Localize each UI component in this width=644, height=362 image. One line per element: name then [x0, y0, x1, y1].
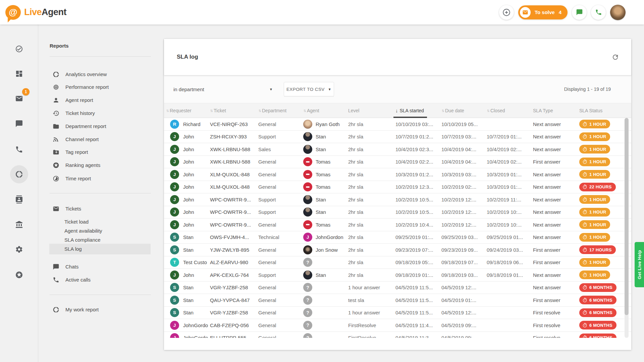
sidebar-item-department-report[interactable]: Department report	[38, 122, 164, 130]
cell-agent: ?	[303, 333, 348, 338]
sidebar-item-chats[interactable]: Chats	[38, 263, 164, 271]
sidebar-item-agent-report[interactable]: Agent report	[38, 96, 164, 104]
refresh-icon	[611, 53, 619, 61]
sidebar-subitem-sla-compliance[interactable]: SLA compliance	[38, 235, 164, 244]
icon-rail: 1	[0, 24, 38, 362]
to-solve-button[interactable]: To solve 4	[518, 5, 568, 19]
requester-name: John	[183, 197, 194, 202]
table-row[interactable]: TTest CustoALZ-EARVU-980General?2hr sla0…	[164, 256, 631, 269]
table-row[interactable]: JJohnGordoCAB-FZEPQ-056General?FirstReso…	[164, 319, 631, 332]
table-row[interactable]: JJohnXLM-QUXOL-848GeneralTomas2hr sla10/…	[164, 181, 631, 194]
get-live-help-label: Get Live Help	[637, 250, 642, 279]
table-row[interactable]: RRichardVCE-NIRQF-263GeneralRyan Goth2hr…	[164, 118, 631, 131]
cell-sla-started: 09/18/2019 01:...	[395, 272, 441, 278]
agent-avatar	[303, 157, 312, 166]
requester-name: John	[183, 134, 194, 139]
calls-button[interactable]	[591, 5, 606, 20]
cell-level: 2hr sla	[348, 121, 395, 127]
rail-item-tasks[interactable]	[15, 45, 23, 53]
table-row[interactable]: JJohnWPC-OWRTR-9...SupportStan2hr sla10/…	[164, 193, 631, 206]
table-row[interactable]: JJohnWPC-OWRTR-9...SupportStan2hr sla10/…	[164, 206, 631, 219]
column-header-closed[interactable]: ↑↓Closed	[487, 103, 533, 118]
table-row[interactable]: JJohnAPK-CEXLG-764SupportStan2hr sla09/1…	[164, 269, 631, 282]
cell-due-date: 04/5/2019 12:...	[441, 310, 487, 315]
cell-agent: Tomas	[303, 170, 348, 179]
cell-sla-status: 1 HOUR	[579, 258, 631, 267]
unread-tickets-badge: 1	[22, 88, 30, 96]
column-label: Requester	[170, 108, 192, 113]
table-row[interactable]: JJohnZSH-RCIXY-393SupportStan2hr sla10/7…	[164, 131, 631, 143]
get-live-help-tab[interactable]: Get Live Help	[635, 242, 644, 287]
rail-item-reports[interactable]	[15, 170, 23, 178]
column-header-agent[interactable]: ↑↓Agent	[303, 103, 348, 118]
column-header-due-date[interactable]: ↑↓Due date	[441, 103, 487, 118]
sidebar-subitem-agent-availability[interactable]: Agent availability	[38, 226, 164, 235]
table-row[interactable]: SStanOWS-FVJMH-4...TechnicalJJohnGordon2…	[164, 231, 631, 244]
cell-due-date: 10/7/2019 03:...	[441, 134, 487, 139]
agent-name: Stan	[316, 272, 326, 278]
column-header-ticket[interactable]: ↑↓Ticket	[210, 103, 258, 118]
cell-sla-status: 1 HOUR	[579, 233, 631, 242]
rail-item-tickets[interactable]	[15, 95, 23, 103]
rail-item-chats[interactable]	[15, 120, 23, 128]
table-row[interactable]: JJohnGordoELI-UTRPP-555General?FirstReso…	[164, 332, 631, 338]
person-icon	[53, 97, 59, 104]
chat-icon	[53, 263, 59, 270]
export-csv-button[interactable]: EXPORT TO CSV ▼	[284, 82, 334, 96]
rail-item-rewards[interactable]	[15, 271, 23, 279]
sidebar-item-active-calls[interactable]: Active calls	[38, 276, 164, 284]
table-row[interactable]: SStanYJW-ZWLYB-895GeneralJon Snow2hr sla…	[164, 244, 631, 256]
column-header-department[interactable]: ↑↓Department	[258, 103, 303, 118]
rail-item-contacts[interactable]	[15, 195, 23, 203]
requester-avatar: J	[170, 270, 179, 280]
cell-sla-status: 1 HOUR	[579, 132, 631, 141]
department-filter-select[interactable]: in department ▼	[173, 86, 273, 92]
user-avatar[interactable]	[610, 5, 626, 20]
cell-agent: ?	[303, 283, 348, 292]
sidebar-item-channel-report[interactable]: Channel report	[38, 135, 164, 143]
table-row[interactable]: JJohnXLM-QUXOL-848GeneralTomas2hr sla10/…	[164, 168, 631, 181]
column-header-sla-started[interactable]: ↓SLA started	[395, 103, 441, 118]
page-title: SLA log	[177, 54, 198, 60]
sidebar-subitem-ticket-load[interactable]: Ticket load	[38, 217, 164, 226]
chats-button[interactable]	[572, 5, 587, 20]
table-row[interactable]: JJohnWPC-OWRTR-9...GeneralTomas2hr sla10…	[164, 219, 631, 231]
cell-department: General	[258, 184, 303, 190]
rail-item-company[interactable]	[15, 221, 23, 229]
sidebar-item-time-report[interactable]: Time report	[38, 175, 164, 183]
cell-closed: 09/18/2019 06...	[487, 259, 533, 265]
rail-item-settings[interactable]	[15, 245, 23, 253]
sidebar-item-tag-report[interactable]: Tag report	[38, 148, 164, 156]
scrollbar-thumb[interactable]	[625, 118, 629, 315]
add-button[interactable]	[499, 5, 514, 20]
sidebar-item-ranking-agents[interactable]: Ranking agents	[38, 161, 164, 169]
sidebar-item-performance-report[interactable]: Performance report	[38, 83, 164, 91]
timer-icon	[582, 298, 587, 303]
table-row[interactable]: JJohnXWK-LRBNU-588SalesStan2hr sla10/4/2…	[164, 143, 631, 156]
column-header-requester[interactable]: ↑↓Requester	[164, 103, 210, 118]
sidebar-item-ticket-history[interactable]: Ticket history	[38, 109, 164, 117]
rail-item-dashboard[interactable]	[15, 70, 23, 78]
timer-icon	[582, 222, 587, 227]
rail-item-calls[interactable]	[15, 145, 23, 154]
refresh-button[interactable]	[611, 53, 619, 61]
cell-closed: 10/2/2019 11:...	[487, 197, 533, 202]
agent-avatar	[303, 182, 312, 191]
sidebar-item-my-work-report[interactable]: My work report	[38, 306, 164, 314]
cell-closed: 10/2/2019 10:...	[487, 209, 533, 215]
table-row[interactable]: SStanQAU-YVPCA-847General?test sla04/5/2…	[164, 294, 631, 307]
table-row[interactable]: SStanVGR-YJZBF-258General?1 hour answer0…	[164, 282, 631, 294]
cell-level: 2hr sla	[348, 222, 395, 228]
vertical-scrollbar[interactable]	[625, 118, 629, 338]
cell-agent: Ryan Goth	[303, 120, 348, 129]
requester-avatar: J	[170, 321, 179, 330]
table-row[interactable]: SStanVGR-YJZBF-258General?1 hour answer0…	[164, 307, 631, 319]
sidebar-item-label: My work report	[65, 306, 99, 314]
sidebar-item-analytics-overview[interactable]: Analytics overview	[38, 70, 164, 78]
agent-name: Jon Snow	[316, 247, 338, 253]
table-row[interactable]: JJohnXWK-LRBNU-588GeneralTomas2hr sla10/…	[164, 156, 631, 169]
sidebar-item-tickets[interactable]: Tickets	[38, 205, 164, 213]
cell-due-date: 10/4/2019 04:...	[441, 146, 487, 152]
sidebar-subitem-sla-log[interactable]: SLA log	[38, 244, 164, 253]
cell-sla-status: 6 MONTHS	[579, 334, 631, 338]
